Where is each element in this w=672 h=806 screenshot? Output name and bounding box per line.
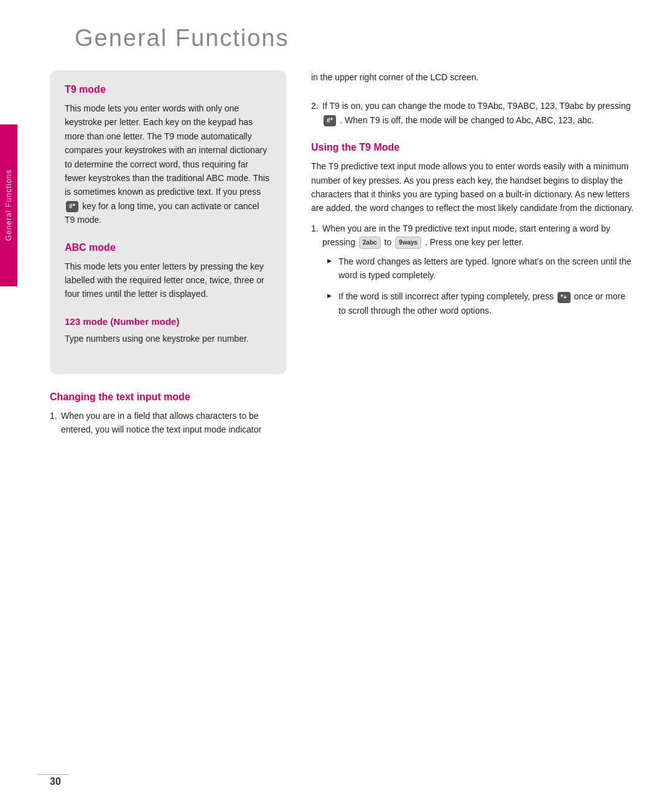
abc-mode-section: ABC mode This mode lets you enter letter… [65,242,271,301]
t9-mode-heading: T9 mode [65,84,271,95]
using-t9-intro: The T9 predictive text input mode allows… [311,159,635,215]
page-number: 30 [50,776,61,787]
changing-mode-heading: Changing the text input mode [50,391,286,403]
using-t9-section: Using the T9 Mode The T9 predictive text… [311,142,635,317]
right-item2-list: If T9 is on, you can change the mode to … [311,99,635,127]
side-tab-label: General Functions [4,169,13,241]
using-t9-list: When you are in the T9 predictive text i… [311,222,635,317]
right-item2-section: If T9 is on, you can change the mode to … [311,99,635,127]
right-column: in the upper right corner of the LCD scr… [311,70,635,452]
t9-mode-text: This mode lets you enter words with only… [65,101,271,227]
changing-mode-list: When you are in a field that allows char… [50,409,286,437]
changing-mode-item1: When you are in a field that allows char… [50,409,286,437]
changing-mode-section: Changing the text input mode When you ar… [50,391,286,437]
123-mode-section: 123 mode (Number mode) Type numbers usin… [65,316,271,345]
t9-key-button: #* [66,201,78,212]
t9-mode-section: T9 mode This mode lets you enter words w… [65,84,271,227]
right-item2: If T9 is on, you can change the mode to … [311,99,635,127]
t9-bullet-list: The word changes as letters are typed. I… [327,255,635,318]
page-divider [37,774,68,775]
123-mode-heading: 123 mode (Number mode) [65,316,271,327]
abc-mode-heading: ABC mode [65,242,271,253]
using-t9-item1: When you are in the T9 predictive text i… [311,222,635,317]
side-tab: General Functions [0,124,17,286]
left-column: T9 mode This mode lets you enter words w… [50,70,286,452]
right-intro-section: in the upper right corner of the LCD scr… [311,70,635,84]
t9-bullet-2: If the word is still incorrect after typ… [327,289,635,317]
item1-key1: 2abc [359,237,381,249]
content-wrapper: T9 mode This mode lets you enter words w… [0,70,672,489]
right-intro-text: in the upper right corner of the LCD scr… [311,70,635,84]
123-mode-text: Type numbers using one keystroke per num… [65,332,271,345]
t9-bullet-1: The word changes as letters are typed. I… [327,255,635,283]
item2-key-button: #* [324,115,336,126]
using-t9-heading: Using the T9 Mode [311,142,635,153]
page-title: General Functions [0,0,672,70]
abc-mode-text: This mode lets you enter letters by pres… [65,260,271,301]
gray-box: T9 mode This mode lets you enter words w… [50,70,286,374]
bullet2-key: *+ [558,292,571,303]
item1-key2: 9ways [395,237,421,249]
